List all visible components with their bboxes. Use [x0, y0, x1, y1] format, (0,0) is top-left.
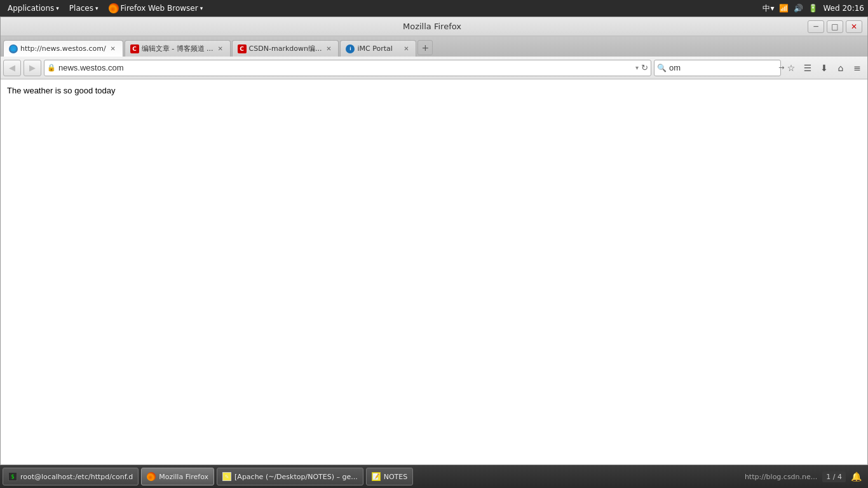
tab-2-title: 编辑文章 - 博客频道 ...	[142, 44, 214, 53]
tab-3-close[interactable]: ✕	[324, 44, 333, 53]
search-icon: 🔍	[657, 64, 667, 72]
taskbar-notes-label: NOTES	[384, 473, 408, 481]
terminal-icon: $	[8, 472, 17, 481]
taskbar-firefox-label: Mozilla Firefox	[159, 473, 208, 481]
wifi-icon: 📶	[779, 4, 789, 13]
applications-arrow: ▾	[56, 5, 59, 11]
tab-1-close[interactable]: ✕	[109, 44, 118, 53]
firefox-menu-label: Firefox Web Browser	[121, 4, 198, 13]
page-counter: 1 / 4	[822, 471, 846, 482]
system-bar-right: 中▾ 📶 🔊 🔋 Wed 20:16	[763, 3, 864, 14]
download-icon[interactable]: ⬇	[817, 60, 832, 76]
page-text: The weather is so good today	[7, 86, 861, 95]
bookmark-star-icon[interactable]: ☆	[783, 60, 799, 76]
firefox-menu[interactable]: Firefox Web Browser ▾	[105, 2, 207, 15]
taskbar-apache-label: [Apache (~/Desktop/NOTES) – ge...	[234, 473, 358, 481]
address-bar[interactable]: 🔒 news. ▾ ↻	[44, 60, 651, 76]
search-input[interactable]	[669, 63, 776, 72]
tab-1-favicon: 🌐	[9, 44, 18, 53]
tab-3[interactable]: C CSDN-markdown编... ✕	[232, 40, 339, 57]
tab-3-favicon: C	[238, 44, 247, 53]
taskbar: $ root@localhost:/etc/httpd/conf.d Mozil…	[0, 465, 868, 488]
applications-menu[interactable]: Applications ▾	[4, 3, 63, 14]
taskbar-url-hint: http://blog.csdn.ne...	[745, 473, 817, 481]
places-label: Places	[69, 4, 93, 13]
notification-icon[interactable]: 🔔	[851, 471, 862, 482]
page-content: The weather is so good today	[1, 79, 867, 464]
tab-4[interactable]: i iMC Portal ✕	[340, 40, 416, 57]
address-dropdown[interactable]: ▾	[635, 64, 639, 71]
volume-icon: 🔊	[794, 4, 803, 13]
window-title: Mozilla Firefox	[57, 22, 808, 31]
input-method[interactable]: 中▾	[763, 3, 774, 14]
title-bar: Mozilla Firefox ─ □ ✕	[1, 17, 867, 36]
places-arrow: ▾	[95, 5, 98, 11]
forward-button[interactable]: ▶	[24, 60, 41, 76]
taskbar-terminal-label: root@localhost:/etc/httpd/conf.d	[20, 473, 133, 481]
address-secure-icon: 🔒	[47, 64, 56, 72]
taskbar-right: http://blog.csdn.ne... 1 / 4 🔔	[741, 471, 865, 482]
battery-icon: 🔋	[808, 4, 818, 13]
tab-4-title: iMC Portal	[357, 44, 399, 53]
tab-2-close[interactable]: ✕	[216, 44, 225, 53]
taskbar-firefox[interactable]: Mozilla Firefox	[141, 468, 214, 485]
new-tab-button[interactable]: +	[417, 40, 433, 55]
restore-button[interactable]: □	[827, 20, 843, 33]
tab-1-title: http://news.westos.com/	[20, 44, 106, 53]
tab-1[interactable]: 🌐 http://news.westos.com/ ✕	[3, 40, 123, 57]
notes-icon: 📝	[372, 472, 381, 481]
places-menu[interactable]: Places ▾	[65, 3, 102, 14]
nav-bar: ◀ ▶ 🔒 news. ▾ ↻ 🔍 → ☆ ☰ ⬇ ⌂ ≡	[1, 57, 867, 79]
system-bar: Applications ▾ Places ▾ Firefox Web Brow…	[0, 0, 868, 17]
tab-2-favicon: C	[130, 44, 139, 53]
taskbar-firefox-icon	[147, 472, 156, 481]
tab-4-favicon: i	[346, 44, 355, 53]
firefox-menu-arrow: ▾	[200, 5, 203, 11]
close-button[interactable]: ✕	[846, 20, 862, 33]
clock: Wed 20:16	[823, 4, 864, 13]
firefox-window: Mozilla Firefox ─ □ ✕ 🌐 http://news.west…	[0, 17, 868, 465]
system-bar-left: Applications ▾ Places ▾ Firefox Web Brow…	[4, 2, 207, 15]
tab-4-close[interactable]: ✕	[402, 44, 410, 53]
back-button[interactable]: ◀	[3, 60, 21, 76]
address-input[interactable]	[58, 63, 633, 72]
reader-icon[interactable]: ☰	[800, 60, 815, 76]
tabs-bar: 🌐 http://news.westos.com/ ✕ C 编辑文章 - 博客频…	[1, 36, 867, 57]
tab-2[interactable]: C 编辑文章 - 博客频道 ... ✕	[125, 40, 231, 57]
tab-3-title: CSDN-markdown编...	[249, 44, 322, 53]
toolbar-icons: ☆ ☰ ⬇ ⌂ ≡	[783, 60, 865, 76]
applications-label: Applications	[8, 4, 54, 13]
refresh-button[interactable]: ↻	[641, 63, 648, 72]
apache-icon: ✎	[222, 472, 231, 481]
taskbar-terminal[interactable]: $ root@localhost:/etc/httpd/conf.d	[3, 468, 139, 485]
search-bar[interactable]: 🔍 →	[654, 60, 781, 76]
taskbar-notes[interactable]: 📝 NOTES	[366, 468, 414, 485]
firefox-menu-icon	[109, 3, 119, 13]
menu-icon[interactable]: ≡	[850, 60, 865, 76]
home-icon[interactable]: ⌂	[833, 60, 848, 76]
taskbar-apache[interactable]: ✎ [Apache (~/Desktop/NOTES) – ge...	[217, 468, 363, 485]
minimize-button[interactable]: ─	[808, 20, 824, 33]
window-controls: ─ □ ✕	[808, 20, 862, 33]
